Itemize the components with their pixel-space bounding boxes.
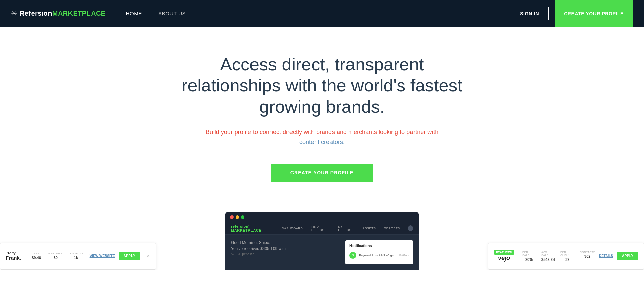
navbar-actions: SIGN IN CREATE YOUR PROFILE [510, 0, 633, 27]
sign-in-button[interactable]: SIGN IN [510, 7, 549, 20]
brand-logo[interactable]: ✳ RefersionMARKETPLACE [11, 9, 106, 18]
nav-about[interactable]: ABOUT US [158, 11, 186, 16]
hero-section: Access direct, transparent relationships… [0, 27, 644, 202]
pending-text: $79.20 pending [231, 252, 341, 256]
dot-yellow [236, 215, 239, 219]
stat-30: PER SALE 30 [48, 252, 63, 260]
create-profile-nav-button[interactable]: CREATE YOUR PROFILE [555, 0, 633, 27]
pretty-frank-card: Pretty Frank. TIERED $9.46 PER SALE 30 C… [0, 243, 156, 270]
dashboard-brand: refersion' MARKETPLACE [231, 224, 274, 232]
brand-icon: ✳ [11, 9, 17, 18]
card-stats-left: TIERED $9.46 PER SALE 30 CONTACTS 1k [29, 252, 86, 260]
pf-frank-text: Frank. [6, 255, 21, 261]
dashboard-preview: refersion' MARKETPLACE DASHBOARD FIND OF… [225, 212, 419, 270]
featured-badge: FEATURED [494, 250, 514, 255]
dot-green [241, 215, 244, 219]
pf-pretty-text: Pretty [6, 251, 21, 255]
hero-title: Access direct, transparent relationships… [169, 54, 475, 117]
dot-red [230, 215, 234, 219]
stat-1k: CONTACTS 1k [68, 252, 84, 260]
close-icon-left[interactable]: ✕ [147, 254, 150, 258]
stat-revenue: AVG SALE $542.24 [541, 251, 555, 262]
navbar: ✳ RefersionMARKETPLACE HOME ABOUT US SIG… [0, 0, 644, 27]
stat-percent: PER SALE 20% [522, 251, 536, 262]
user-avatar[interactable] [408, 225, 413, 231]
notif-text: Payment from A&N eCigs [359, 254, 396, 257]
apply-button-left[interactable]: APPLY [119, 252, 140, 260]
dash-nav-reports[interactable]: REPORTS [384, 227, 400, 230]
notif-icon: $ [349, 252, 356, 259]
dashboard-titlebar [225, 212, 419, 222]
dashboard-body: Good Morning, Shibo. You've received $43… [225, 235, 419, 270]
dash-nav-assets[interactable]: ASSETS [363, 227, 376, 230]
dash-nav-dashboard[interactable]: DASHBOARD [282, 227, 303, 230]
notif-time: 10:01am [399, 254, 409, 257]
hero-subtitle: Build your profile to connect directly w… [203, 127, 441, 147]
stat-tiered: TIERED $9.46 [29, 252, 43, 260]
hero-subtitle-text1: Build your profile to connect directly w… [206, 129, 438, 136]
notifications-title: Notifications [349, 244, 409, 248]
dashboard-main: Good Morning, Shibo. You've received $43… [231, 240, 341, 264]
vejo-logo: vejo [498, 255, 510, 262]
received-text: You've received $435,109 with [231, 246, 341, 251]
nav-home[interactable]: HOME [126, 11, 142, 16]
create-profile-hero-button[interactable]: CREATE YOUR PROFILE [271, 164, 373, 182]
details-link[interactable]: DETAILS [599, 254, 613, 258]
notification-item: $ Payment from A&N eCigs 10:01am [349, 250, 409, 261]
card-stats-right: PER SALE 20% AVG SALE $542.24 PER CLICK … [522, 251, 595, 262]
card-divider-left [25, 249, 25, 263]
vejo-card: FEATURED vejo PER SALE 20% AVG SALE $542… [488, 243, 644, 270]
nav-links: HOME ABOUT US [126, 11, 510, 16]
hero-subtitle-text2: content creators. [299, 139, 345, 145]
stat-302: CONTACTS 302 [580, 251, 595, 262]
greeting-text: Good Morning, Shibo. [231, 240, 341, 245]
notifications-panel: Notifications $ Payment from A&N eCigs 1… [345, 240, 413, 264]
dashboard-nav: refersion' MARKETPLACE DASHBOARD FIND OF… [225, 222, 419, 235]
apply-button-right[interactable]: APPLY [617, 252, 638, 260]
dash-nav-my-offers[interactable]: MY OFFERS [338, 225, 355, 232]
view-website-link[interactable]: VIEW WEBSITE [90, 254, 115, 258]
brand-refersion: Refersion [20, 9, 52, 17]
dash-nav-find-offers[interactable]: FIND OFFERS [311, 225, 330, 232]
brand-marketplace: MARKETPLACE [52, 9, 106, 17]
preview-section: Pretty Frank. TIERED $9.46 PER SALE 30 C… [0, 202, 644, 270]
pretty-frank-logo: Pretty Frank. [6, 251, 21, 261]
stat-39: PER CLICK 39 [560, 251, 575, 262]
brand-text: RefersionMARKETPLACE [20, 9, 106, 17]
